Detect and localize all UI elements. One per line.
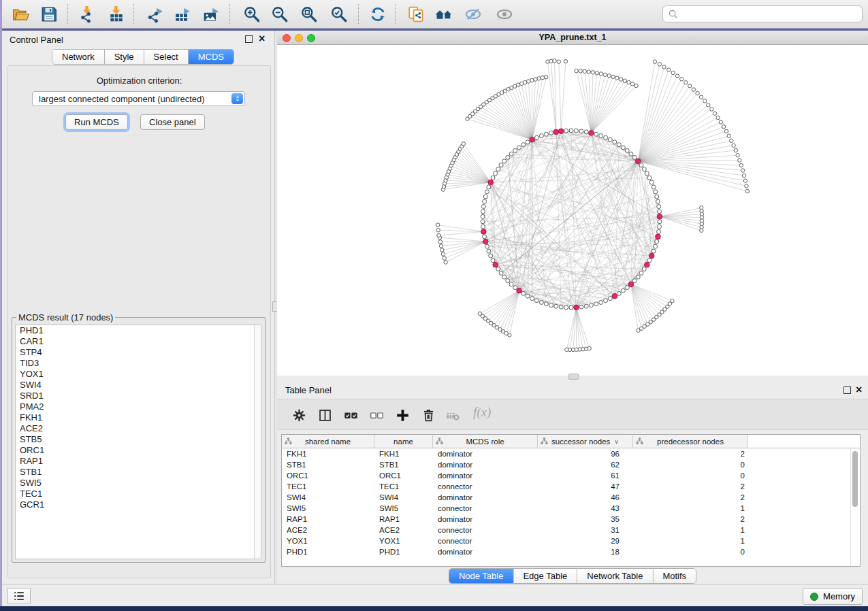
close-panel-icon[interactable]: × [856, 386, 862, 394]
list-icon [13, 590, 25, 602]
control-panel: Control Panel × Network Style Select MCD… [2, 31, 274, 584]
mcds-result-item[interactable]: SRD1 [16, 391, 261, 401]
network-canvas[interactable] [277, 45, 868, 376]
tab-select[interactable]: Select [144, 50, 189, 64]
float-panel-icon[interactable] [245, 35, 253, 43]
table-row[interactable]: YOX1YOX1connector291 [282, 535, 860, 546]
mcds-result-item[interactable]: GCR1 [16, 499, 261, 510]
table-row[interactable]: ACE2ACE2connector311 [282, 525, 860, 535]
delete-column-button[interactable] [420, 407, 436, 423]
table-scrollbar[interactable] [850, 448, 859, 566]
mcds-list-scrollbar[interactable] [254, 325, 261, 559]
save-session-button[interactable] [39, 5, 59, 24]
tab-network[interactable]: Network [52, 50, 105, 64]
control-panel-tabs: Network Style Select MCDS [52, 49, 234, 65]
network-graph[interactable] [277, 45, 868, 376]
mcds-result-item[interactable]: TEC1 [16, 489, 261, 499]
cell-shared_name: FKH1 [282, 450, 374, 458]
deselect-all-button[interactable] [368, 407, 385, 423]
hide-selected-button[interactable] [464, 5, 483, 24]
tab-node-table[interactable]: Node Table [449, 569, 514, 583]
mcds-result-item[interactable]: YOX1 [16, 369, 261, 380]
tab-edge-table[interactable]: Edge Table [513, 569, 577, 583]
table-settings-button[interactable] [291, 407, 307, 423]
mcds-result-item[interactable]: STB5 [16, 434, 261, 445]
mcds-result-title: MCDS result (17 nodes) [16, 312, 115, 323]
function-builder-button[interactable]: f(x) [473, 405, 491, 420]
mcds-result-item[interactable]: FKH1 [16, 412, 261, 423]
cell-name: ORC1 [374, 472, 433, 480]
cell-name: FKH1 [374, 450, 433, 458]
cell-name: ACE2 [374, 526, 433, 534]
mcds-result-item[interactable]: CAR1 [16, 336, 261, 347]
table-row[interactable]: ORC1ORC1dominator610 [282, 470, 860, 481]
zoom-fit-button[interactable] [300, 5, 319, 24]
cell-shared_name: YOX1 [282, 537, 374, 545]
mcds-result-item[interactable]: SWI5 [16, 478, 261, 489]
mcds-result-item[interactable]: PHD1 [16, 325, 261, 336]
column-header-mcds-role[interactable]: MCDS role [433, 435, 538, 448]
table-row[interactable]: TEC1TEC1connector472 [282, 481, 860, 492]
export-table-button[interactable] [173, 5, 192, 24]
tab-style[interactable]: Style [105, 50, 144, 64]
mcds-result-item[interactable]: SWI4 [16, 380, 261, 391]
import-network-button[interactable] [78, 5, 97, 24]
zoom-selected-button[interactable] [329, 5, 349, 24]
open-folder-icon [12, 5, 30, 23]
run-mcds-button[interactable]: Run MCDS [65, 114, 128, 130]
export-network-button[interactable] [146, 5, 165, 24]
status-bar: Memory [2, 584, 868, 606]
column-header-name[interactable]: name [374, 435, 433, 448]
mcds-result-item[interactable]: PMA2 [16, 401, 261, 412]
scrollbar-thumb[interactable] [852, 451, 858, 507]
mcds-result-item[interactable]: RAP1 [16, 456, 261, 467]
close-panel-button[interactable]: Close panel [140, 114, 205, 130]
show-columns-button[interactable] [317, 407, 333, 423]
quick-search[interactable] [662, 5, 863, 22]
mcds-result-item[interactable]: ORC1 [16, 445, 261, 456]
refresh-button[interactable] [368, 5, 387, 24]
optimization-criterion-select[interactable]: largest connected component (undirected) [32, 91, 245, 106]
cell-shared_name: STB1 [282, 461, 374, 469]
table-row[interactable]: RAP1RAP1dominator352 [282, 514, 860, 525]
cell-name: STB1 [374, 461, 433, 469]
column-header-shared-name[interactable]: shared name [282, 435, 374, 448]
float-panel-icon[interactable] [843, 386, 851, 394]
clone-network-button[interactable] [406, 5, 425, 24]
tab-network-table[interactable]: Network Table [577, 569, 653, 583]
cell-shared_name: PHD1 [282, 548, 374, 556]
show-all-button[interactable] [495, 5, 514, 24]
mcds-result-item[interactable]: TID3 [16, 358, 261, 369]
cell-shared_name: TEC1 [282, 482, 374, 491]
table-row[interactable]: FKH1FKH1dominator962 [282, 448, 860, 459]
delete-table-button[interactable] [445, 407, 461, 423]
show-panels-button[interactable] [7, 588, 31, 604]
memory-button[interactable]: Memory [803, 588, 863, 605]
zoom-in-button[interactable] [242, 5, 261, 24]
tab-mcds[interactable]: MCDS [189, 50, 234, 64]
table-row[interactable]: PHD1PHD1dominator180 [282, 546, 860, 557]
export-image-button[interactable] [202, 5, 221, 24]
divider-grab-handle-horizontal[interactable] [568, 374, 579, 380]
import-table-button[interactable] [107, 5, 126, 24]
refresh-icon [369, 5, 387, 23]
zoom-out-button[interactable] [270, 5, 289, 24]
close-panel-icon[interactable]: × [259, 35, 265, 43]
mcds-result-item[interactable]: ACE2 [16, 423, 261, 434]
tab-motifs[interactable]: Motifs [653, 569, 696, 583]
control-panel-title: Control Panel [10, 35, 63, 45]
table-row[interactable]: SWI5SWI5connector431 [282, 503, 860, 514]
search-input[interactable] [681, 8, 862, 20]
mcds-result-item[interactable]: STB1 [16, 467, 261, 478]
column-header-predecessor-nodes[interactable]: predecessor nodes [633, 435, 748, 448]
neighbors-button[interactable] [434, 5, 453, 24]
add-column-button[interactable] [394, 407, 411, 423]
table-row[interactable]: SWI4SWI4dominator462 [282, 492, 860, 503]
cell-successor_nodes: 46 [538, 493, 633, 501]
mcds-result-item[interactable]: STP4 [16, 347, 261, 358]
open-file-button[interactable] [12, 5, 31, 24]
cell-mcds_role: dominator [433, 472, 538, 480]
column-header-successor-nodes[interactable]: successor nodes∨ [538, 435, 633, 448]
table-row[interactable]: STB1STB1dominator620 [282, 459, 860, 470]
select-all-button[interactable] [342, 407, 359, 423]
